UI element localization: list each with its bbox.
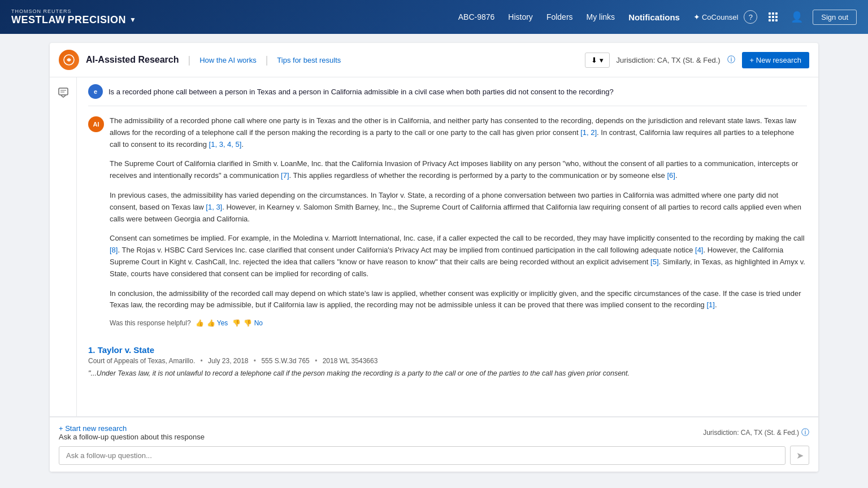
- nav-notifications[interactable]: Notifications: [628, 12, 680, 22]
- ai-response-badge: AI: [88, 116, 104, 132]
- help-icon[interactable]: ?: [744, 10, 757, 24]
- logo[interactable]: THOMSON REUTERS WESTLAW PRECISION ▼: [11, 8, 136, 26]
- ai-logo: [59, 50, 79, 70]
- research-actions: ⬇ ▾ Jurisdiction: CA, TX (St. & Fed.) ⓘ …: [585, 52, 809, 68]
- logo-dropdown-arrow[interactable]: ▼: [129, 16, 136, 24]
- response-para-3: In previous cases, the admissibility has…: [110, 190, 807, 225]
- jurisdiction-info-icon[interactable]: ⓘ: [727, 55, 735, 65]
- case-title[interactable]: 1. Taylor v. State: [88, 345, 807, 355]
- case-meta: Court of Appeals of Texas, Amarillo. • J…: [88, 357, 807, 365]
- send-icon: ➤: [796, 450, 804, 461]
- sidebar-left: [50, 77, 77, 416]
- precision-label: PRECISION: [68, 14, 127, 26]
- nav-abc[interactable]: ABC-9876: [458, 12, 495, 21]
- yes-button[interactable]: 👍 👍 Yes: [196, 319, 228, 327]
- user-icon: 👤: [791, 11, 803, 23]
- tips-link[interactable]: Tips for best results: [277, 56, 341, 64]
- main-nav: ABC-9876 History Folders My links Notifi…: [458, 12, 739, 22]
- cite-1-3[interactable]: [1, 3]: [206, 203, 222, 211]
- sign-out-button[interactable]: Sign out: [813, 10, 857, 25]
- response-body: The admissibility of a recorded phone ca…: [110, 115, 807, 338]
- response-para-2: The Supreme Court of California clarifie…: [110, 158, 807, 182]
- download-button[interactable]: ⬇ ▾: [585, 53, 610, 68]
- research-title: AI-Assisted Research: [86, 55, 179, 65]
- main-container: AI-Assisted Research | How the AI works …: [38, 34, 830, 481]
- cocounsel-label: CoCounsel: [702, 13, 738, 21]
- cocounsel-button[interactable]: ✦ CoCounsel: [693, 12, 738, 21]
- nav-history[interactable]: History: [508, 12, 533, 21]
- chat-history-icon[interactable]: [55, 84, 71, 100]
- bottom-jurisdiction: Jurisdiction: CA, TX (St. & Fed.) ⓘ: [703, 428, 809, 438]
- westlaw-label: WESTLAW: [11, 14, 66, 26]
- cite-1-conclusion[interactable]: [1]: [706, 300, 714, 309]
- cite-7[interactable]: [7]: [281, 171, 289, 180]
- left-bottom-col: + Start new research Ask a follow-up que…: [59, 424, 205, 441]
- how-ai-works-link[interactable]: How the AI works: [199, 56, 256, 64]
- user-profile-button[interactable]: 👤: [789, 9, 805, 25]
- research-header: AI-Assisted Research | How the AI works …: [50, 43, 818, 77]
- no-button[interactable]: 👎 👎 No: [232, 319, 263, 327]
- svg-rect-1: [59, 88, 68, 95]
- cite-8[interactable]: [8]: [110, 246, 118, 254]
- case-citation2: 2018 WL 3543663: [323, 357, 378, 365]
- cocounsel-star-icon: ✦: [693, 12, 700, 21]
- case-citation-1: 1. Taylor v. State Court of Appeals of T…: [88, 345, 807, 385]
- helpful-row: Was this response helpful? 👍 👍 Yes 👎 👎 N…: [110, 319, 807, 327]
- bottom-jurisdiction-info-icon[interactable]: ⓘ: [801, 428, 809, 438]
- grid-menu-button[interactable]: [765, 9, 781, 25]
- content-row: e Is a recorded phone call between a per…: [50, 77, 818, 416]
- cite-6[interactable]: [6]: [667, 171, 675, 180]
- jurisdiction-label: Jurisdiction: CA, TX (St. & Fed.): [617, 56, 721, 64]
- cite-4[interactable]: [4]: [695, 246, 703, 254]
- question-bar: e Is a recorded phone call between a per…: [88, 77, 807, 106]
- new-research-button[interactable]: + New research: [742, 52, 809, 68]
- cite-5[interactable]: [5]: [650, 258, 658, 266]
- case-court: Court of Appeals of Texas, Amarillo.: [88, 357, 195, 365]
- start-new-research-button[interactable]: + Start new research: [59, 424, 205, 433]
- nav-folders[interactable]: Folders: [546, 12, 573, 21]
- case-citation1: 555 S.W.3d 765: [261, 357, 309, 365]
- response-para-5: In conclusion, the admissibility of the …: [110, 288, 807, 312]
- thumbs-up-icon: 👍: [196, 319, 204, 327]
- ai-logo-icon: [63, 54, 75, 66]
- main-content: e Is a recorded phone call between a per…: [77, 77, 818, 416]
- followup-input-row: ➤: [59, 446, 809, 465]
- case-date: July 23, 2018: [208, 357, 248, 365]
- download-icon: ⬇: [591, 56, 597, 64]
- header-icons: ? 👤 Sign out: [744, 9, 857, 25]
- cite-1-2[interactable]: [1, 2]: [580, 128, 597, 137]
- send-button[interactable]: ➤: [790, 446, 809, 465]
- bottom-panel: + Start new research Ask a follow-up que…: [50, 416, 818, 472]
- nav-mylinks[interactable]: My links: [587, 12, 615, 21]
- grid-icon: [769, 12, 778, 21]
- question-text: Is a recorded phone call between a perso…: [108, 88, 614, 96]
- research-panel: AI-Assisted Research | How the AI works …: [50, 43, 818, 472]
- followup-input[interactable]: [59, 446, 785, 465]
- helpful-label: Was this response helpful?: [110, 319, 191, 327]
- bottom-panel-header: + Start new research Ask a follow-up que…: [59, 424, 809, 441]
- user-avatar: e: [88, 84, 103, 99]
- case-quote: "...Under Texas law, it is not unlawful …: [88, 368, 807, 379]
- thomson-reuters-label: THOMSON REUTERS: [11, 8, 136, 14]
- followup-label: Ask a follow-up question about this resp…: [59, 433, 205, 441]
- thumbs-down-icon: 👎: [232, 319, 241, 327]
- download-dropdown-arrow: ▾: [600, 56, 604, 64]
- cite-1-3-4-5[interactable]: [1, 3, 4, 5]: [209, 140, 242, 149]
- ai-response: AI The admissibility of a recorded phone…: [88, 115, 807, 338]
- response-para-4: Consent can sometimes be implied. For ex…: [110, 233, 807, 280]
- response-para-1: The admissibility of a recorded phone ca…: [110, 115, 807, 150]
- header: THOMSON REUTERS WESTLAW PRECISION ▼ ABC-…: [0, 0, 868, 34]
